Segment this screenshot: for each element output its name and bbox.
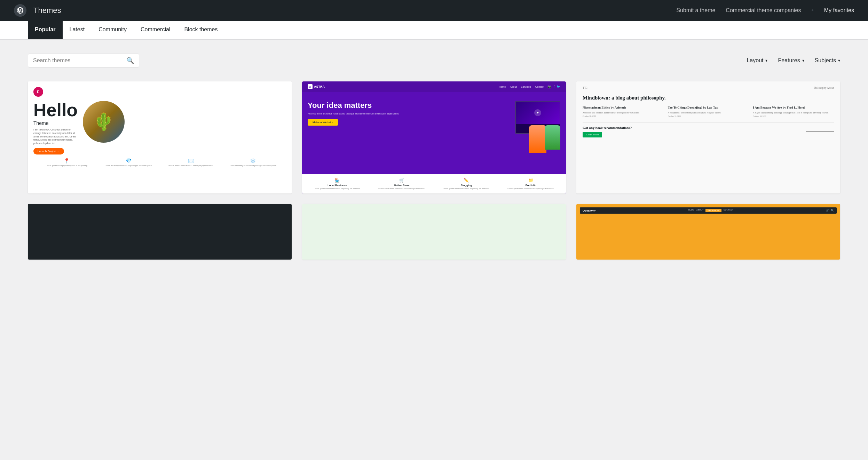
tab-popular[interactable]: Popular — [28, 21, 63, 39]
hello-feature-icons: 📍 Lorem ipsum is simply dummy text of th… — [33, 158, 286, 167]
twitter-icon: 🐦 — [557, 85, 560, 88]
astra-feature-4-desc: Lorem ipsum dolor consectetur adipiscing… — [499, 188, 563, 190]
filters-container: Layout ▾ Features ▾ Subjects ▾ — [747, 57, 840, 64]
astra-feature-portfolio: 📁 Portfolio Lorem ipsum dolor consectetu… — [499, 178, 563, 190]
local-business-icon: 🏪 — [306, 178, 369, 183]
owp-nav-contact: CONTACT — [724, 209, 734, 212]
features-filter-button[interactable]: Features ▾ — [778, 57, 804, 64]
tt3-post-2-title: Tao Te Ching (Daodejing) by Lao Tzu — [668, 106, 749, 110]
tt3-post-3-desc: A major, canon-defining anthology and ad… — [753, 111, 834, 114]
tt3-cta-left: Got any book recommendations? Get in Tou… — [583, 126, 632, 137]
astra-feature-4-title: Portfolio — [499, 184, 563, 187]
hello-circle-image: 🌵 — [83, 101, 125, 143]
theme-preview-hello: E Hello Theme I am text block. Click edi… — [28, 81, 292, 193]
tab-navigation: Popular Latest Community Commercial Bloc… — [0, 21, 868, 40]
tt3-post-1-date: October 18, 2022 — [583, 115, 664, 117]
layout-filter-label: Layout — [747, 57, 763, 64]
layout-chevron-icon: ▾ — [765, 58, 767, 63]
elementor-badge: E — [33, 87, 43, 97]
hello-icon-2: 💎 There are many variations of passages … — [98, 158, 159, 167]
astra-screen: ▶ — [516, 102, 560, 124]
submit-theme-link[interactable]: Submit a theme — [676, 7, 715, 14]
subjects-chevron-icon: ▾ — [838, 58, 840, 63]
astra-nav-contact: Contact — [535, 85, 544, 88]
tt3-post-1-desc: Aristotle's take on ethics and the scien… — [583, 111, 664, 114]
paper-plane-icon: ✉️ — [160, 158, 221, 164]
astra-nav-about: About — [510, 85, 517, 88]
hello-description: I am text block. Click edit button to ch… — [33, 128, 79, 145]
astra-social-icons: 📷 f 🐦 — [547, 85, 560, 88]
owp-nav-blog: BLOG — [688, 209, 694, 212]
theme-card-tt3[interactable]: TT3 Philosophy About Mindblown: a blog a… — [576, 81, 840, 193]
hello-text: Hello Theme I am text block. Click edit … — [33, 101, 79, 154]
portfolio-icon: 📁 — [499, 178, 563, 183]
tt3-post-2: Tao Te Ching (Daodejing) by Lao Tzu A fu… — [668, 106, 749, 117]
tab-block-themes[interactable]: Block themes — [177, 21, 224, 39]
astra-nav-services: Services — [521, 85, 531, 88]
astra-play-button: ▶ — [534, 109, 541, 116]
theme-card-partial-oceanwp[interactable]: OceanWP BLOG ABOUT SHOP NOW CONTACT 🛒 🔍 — [576, 204, 840, 260]
tt3-main-heading: Mindblown: a blog about philosophy. — [583, 95, 834, 101]
astra-hero-description: Pulvinar enim ac tortor nulla facilisi t… — [308, 112, 496, 116]
search-box[interactable]: 🔍 — [28, 54, 139, 68]
owp-cart-icon: 🛒 — [826, 209, 829, 212]
theme-grid-bottom: OceanWP BLOG ABOUT SHOP NOW CONTACT 🛒 🔍 — [28, 204, 840, 260]
tt3-site-name: TT3 — [583, 86, 587, 89]
astra-navbar: A ASTRA Home About Services Contact 📷 f … — [302, 81, 566, 92]
astra-cta-button: Make a Website — [308, 119, 338, 126]
astra-logo-text: ASTRA — [314, 85, 325, 88]
cactus-icon: 🌵 — [93, 112, 114, 132]
owp-nav-links: BLOG ABOUT SHOP NOW CONTACT — [688, 209, 733, 212]
tt3-cta-text: Got any book recommendations? — [583, 126, 632, 130]
owp-shop-button: SHOP NOW — [705, 209, 721, 212]
nav-dot: • — [811, 7, 813, 14]
my-favorites-link[interactable]: My favorites — [824, 7, 854, 14]
elementor-badge-icon: E — [37, 90, 39, 94]
astra-feature-blogging: ✏️ Blogging Lorem ipsum dolor consectetu… — [435, 178, 498, 190]
header-title: Themes — [33, 6, 61, 15]
wordpress-logo[interactable] — [14, 4, 26, 17]
theme-card-partial-1[interactable] — [28, 204, 292, 260]
tt3-post-3-date: October 18, 2022 — [753, 115, 834, 117]
hello-icon-3: ✉️ Where does it come from? Contrary to … — [160, 158, 221, 167]
features-chevron-icon: ▾ — [802, 58, 804, 63]
layout-filter-button[interactable]: Layout ▾ — [747, 57, 767, 64]
tabs-container: Popular Latest Community Commercial Bloc… — [28, 21, 840, 39]
tt3-nav-right: Philosophy About — [814, 86, 834, 89]
search-icon[interactable]: 🔍 — [126, 57, 134, 64]
tab-community[interactable]: Community — [92, 21, 134, 39]
astra-features-row: 🏪 Local Business Lorem ipsum dolor conse… — [302, 174, 566, 193]
theme-card-hello-elementor[interactable]: E Hello Theme I am text block. Click edi… — [28, 81, 292, 193]
tt3-post-3-title: I Am Because We Are by Fred L. Hord — [753, 106, 834, 110]
snowflake-icon: ❄️ — [223, 158, 284, 164]
subjects-filter-label: Subjects — [815, 57, 836, 64]
tab-latest[interactable]: Latest — [63, 21, 92, 39]
hello-subheading: Theme — [33, 120, 79, 126]
features-filter-label: Features — [778, 57, 800, 64]
tt3-topbar: TT3 Philosophy About — [583, 86, 834, 89]
theme-grid: E Hello Theme I am text block. Click edi… — [28, 81, 840, 193]
theme-preview-dark — [28, 204, 292, 260]
owp-search-icon: 🔍 — [831, 209, 834, 212]
commercial-companies-link[interactable]: Commercial theme companies — [726, 7, 801, 14]
search-input[interactable] — [33, 57, 126, 64]
theme-card-astra[interactable]: A ASTRA Home About Services Contact 📷 f … — [302, 81, 566, 193]
theme-preview-light-green — [302, 204, 566, 260]
tab-commercial[interactable]: Commercial — [134, 21, 177, 39]
astra-logo-icon: A — [308, 84, 313, 89]
location-icon: 📍 — [36, 158, 97, 164]
astra-nav-home: Home — [499, 85, 506, 88]
header-right: Submit a theme Commercial theme companie… — [676, 7, 854, 14]
hello-cta-btn: Launch Project → — [33, 148, 64, 154]
theme-preview-astra: A ASTRA Home About Services Contact 📷 f … — [302, 81, 566, 193]
hello-icon-1: 📍 Lorem ipsum is simply dummy text of th… — [36, 158, 97, 167]
astra-person-graphic-1 — [529, 125, 546, 153]
subjects-filter-button[interactable]: Subjects ▾ — [815, 57, 840, 64]
theme-card-partial-2[interactable] — [302, 204, 566, 260]
online-store-icon: 🛒 — [370, 178, 434, 183]
header-left: Themes — [14, 4, 61, 17]
tt3-divider — [583, 122, 834, 122]
astra-hero-text: Your idea matters Pulvinar enim ac torto… — [308, 97, 496, 174]
tt3-post-3: I Am Because We Are by Fred L. Hord A ma… — [753, 106, 834, 117]
tt3-post-1: Nicomachean Ethics by Aristotle Aristotl… — [583, 106, 664, 117]
